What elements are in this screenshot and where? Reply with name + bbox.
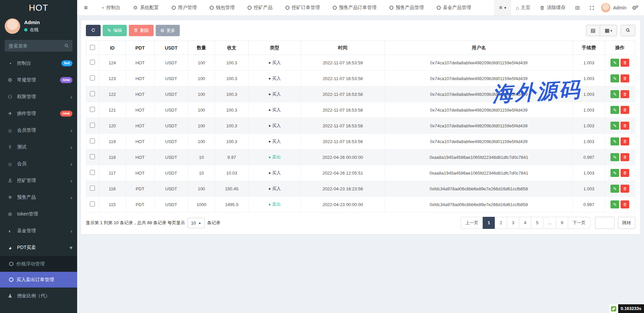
row-checkbox[interactable]	[90, 91, 95, 96]
cell-time: 2022-04-26 12:05:51	[301, 165, 385, 181]
sidebar-item[interactable]: ☺会员‹	[0, 155, 77, 172]
pencil-icon: ✎	[613, 139, 617, 144]
sidebar-item[interactable]: ⊜token管理	[0, 206, 77, 223]
list-view-button[interactable]: ▤	[586, 25, 600, 36]
select-all-checkbox[interactable]	[90, 45, 95, 50]
navbar-avatar[interactable]	[601, 3, 610, 12]
nav-tab-label: 预售产品管理	[396, 5, 424, 11]
row-edit-button[interactable]: ✎	[610, 153, 619, 161]
row-delete-button[interactable]	[621, 200, 629, 208]
row-checkbox[interactable]	[90, 60, 95, 65]
sidebar-item[interactable]: ✌测试‹	[0, 139, 77, 155]
home-link[interactable]: ⌂主页	[511, 0, 535, 15]
tabs-dropdown-button[interactable]: ≡▾	[494, 0, 511, 15]
page-button[interactable]: 下一页	[568, 217, 590, 229]
page-button[interactable]: 9	[556, 217, 568, 229]
row-checkbox[interactable]	[90, 154, 95, 159]
row-checkbox[interactable]	[90, 186, 95, 191]
cell-qty: 10	[188, 165, 215, 181]
sidebar-item[interactable]: ⚓挖矿管理‹	[0, 172, 77, 189]
jump-button[interactable]: 跳转	[618, 217, 635, 229]
sidebar-item[interactable]: ☺会员管理‹	[0, 122, 77, 139]
row-checkbox[interactable]	[90, 107, 95, 112]
sidebar-item-label: 会员	[17, 161, 70, 167]
sidebar-item[interactable]: ⚇权限管理‹	[0, 88, 77, 105]
sidebar-search-input[interactable]	[5, 40, 72, 52]
refresh-frame-button[interactable]	[570, 0, 585, 15]
nav-tab[interactable]: 用户管理	[165, 0, 203, 15]
row-delete-button[interactable]	[621, 106, 629, 114]
nav-tab[interactable]: 预售产品订单管理	[326, 0, 383, 15]
row-edit-button[interactable]: ✎	[610, 90, 619, 98]
nav-tab[interactable]: 挖矿产品	[241, 0, 279, 15]
row-delete-button[interactable]	[621, 59, 629, 67]
fullscreen-button[interactable]	[585, 0, 599, 15]
pie-icon: ◕	[6, 245, 14, 251]
row-edit-button[interactable]: ✎	[610, 185, 619, 193]
row-edit-button[interactable]: ✎	[610, 106, 619, 114]
nav-tab[interactable]: 钱包管理	[203, 0, 241, 15]
row-delete-button[interactable]	[621, 90, 629, 98]
page-button[interactable]: 5	[531, 217, 543, 229]
row-edit-button[interactable]: ✎	[610, 137, 619, 145]
row-checkbox[interactable]	[90, 201, 95, 206]
sidebar-item[interactable]: ✳预售产品‹	[0, 189, 77, 206]
row-edit-button[interactable]: ✎	[610, 169, 619, 177]
cell-usdt: USDT	[154, 149, 188, 165]
cell-pdt: HOT	[126, 118, 154, 134]
row-checkbox[interactable]	[90, 123, 95, 128]
row-delete-button[interactable]	[621, 74, 629, 82]
sidebar-item[interactable]: ✈插件管理new	[0, 105, 77, 122]
column-header: 收支	[215, 41, 249, 55]
edit-button[interactable]: ✎编辑	[103, 25, 127, 36]
page-button[interactable]: 4	[519, 217, 531, 229]
row-checkbox[interactable]	[90, 75, 95, 80]
row-checkbox[interactable]	[90, 138, 95, 143]
row-checkbox[interactable]	[90, 170, 95, 175]
page-button[interactable]: ...	[543, 217, 556, 229]
row-delete-button[interactable]	[621, 185, 629, 193]
row-delete-button[interactable]	[621, 169, 629, 177]
sidebar-item[interactable]: ♟佣金比例（代）	[0, 288, 77, 304]
row-edit-button[interactable]: ✎	[610, 122, 619, 130]
page-button[interactable]: 3	[507, 217, 519, 229]
nav-tab[interactable]: 挖矿订单管理	[279, 0, 326, 15]
sidebar-subitem[interactable]: 买入卖出订单管理	[0, 272, 77, 288]
sidebar-item[interactable]: ◕PDT买卖▾	[0, 239, 77, 256]
sidebar-toggle-button[interactable]: ≡	[77, 0, 95, 15]
cell-fee: 1.003	[573, 181, 605, 197]
cell-usdt: USDT	[154, 197, 188, 212]
sidebar-subitem[interactable]: 价格浮动管理	[0, 256, 77, 272]
more-button[interactable]: ⚙更多	[156, 25, 180, 36]
row-delete-button[interactable]	[621, 137, 629, 145]
row-edit-button[interactable]: ✎	[610, 74, 619, 82]
table-search-button[interactable]	[621, 25, 635, 36]
gear-icon: ⚙	[160, 28, 165, 33]
card-view-button[interactable]: ▦▾	[600, 25, 617, 36]
refresh-button[interactable]	[86, 25, 101, 36]
sidebar-item[interactable]: ⚙常规管理new	[0, 72, 77, 88]
page-button[interactable]: 2	[495, 217, 507, 229]
cell-amount: 100.3	[215, 118, 249, 134]
clear-cache-link[interactable]: 清除缓存	[535, 0, 570, 15]
sidebar-item-label: 基金管理	[17, 228, 70, 234]
nav-tab[interactable]: 预售产品管理	[383, 0, 430, 15]
delete-button[interactable]: 删除	[129, 25, 154, 36]
nav-tab[interactable]: ⚙系统配置	[127, 0, 165, 15]
row-delete-button[interactable]	[621, 153, 629, 161]
orders-table: IDPDTUSDT数量收支类型时间用户名手续费操作 124HOTUSDT1001…	[86, 41, 635, 212]
nav-tab[interactable]: ◔控制台	[95, 0, 127, 15]
nav-tab[interactable]: 基金产品管理	[430, 0, 478, 15]
page-button[interactable]: 上一页	[461, 217, 483, 229]
row-edit-button[interactable]: ✎	[610, 59, 619, 67]
page-button[interactable]: 1	[483, 217, 495, 229]
row-delete-button[interactable]	[621, 122, 629, 130]
page-size-select[interactable]: 10▲	[187, 218, 204, 228]
sidebar-item[interactable]: ◔控制台hot	[0, 55, 77, 72]
jump-page-input[interactable]	[595, 217, 614, 229]
settings-button[interactable]: ⚙⚙	[630, 5, 644, 11]
row-edit-button[interactable]: ✎	[610, 200, 619, 208]
sidebar-item[interactable]: ◐基金管理‹	[0, 223, 77, 239]
navbar-user-name[interactable]: Admin	[613, 5, 630, 10]
button-label: 编辑	[113, 27, 122, 34]
